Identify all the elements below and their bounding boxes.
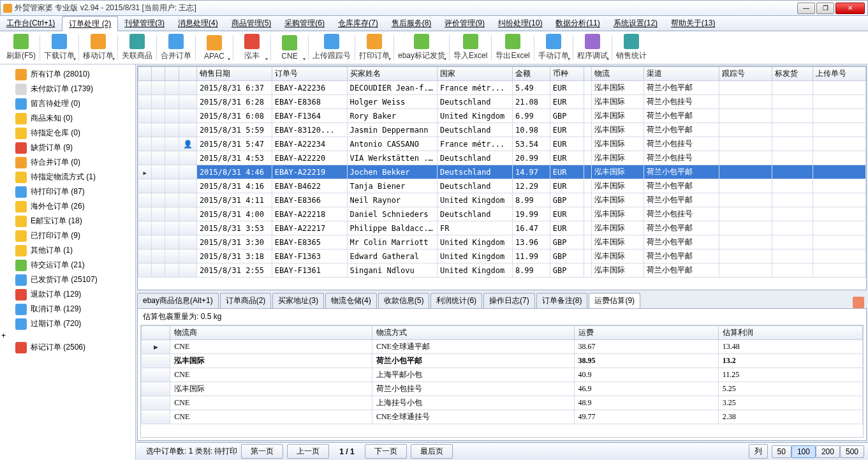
table-row[interactable]: 2015/8/31 4:46EBAY-A22219Jochen BekkerDe… [138, 165, 866, 179]
column-header[interactable]: 物流方式 [372, 326, 574, 340]
column-header[interactable]: 物流商 [170, 326, 372, 340]
column-header[interactable]: 渠道 [644, 67, 719, 81]
table-row[interactable]: 泓丰国际荷兰小包平邮38.9513.2 [142, 354, 863, 368]
menu-item[interactable]: 评价管理(9) [438, 16, 492, 31]
sidebar-item[interactable]: 已打印订单 (9) [1, 228, 134, 243]
column-header[interactable]: 估算利润 [718, 326, 862, 340]
sidebar-item[interactable]: 退款订单 (129) [1, 287, 134, 302]
toolbar-button[interactable]: 手动订单 [536, 33, 571, 63]
menu-item[interactable]: 订单处理 (2) [62, 16, 118, 31]
toolbar-button[interactable]: 关联商品 [119, 33, 155, 63]
sidebar-item[interactable]: 所有订单 (28010) [1, 67, 134, 82]
maximize-button[interactable]: ❐ [816, 3, 834, 14]
column-header[interactable] [179, 67, 196, 81]
page-size-button[interactable]: 200 [816, 445, 840, 458]
menu-item[interactable]: 帮助关于(13) [665, 16, 722, 31]
sidebar-item[interactable]: 缺货订单 (9) [1, 140, 134, 155]
table-row[interactable]: 泓丰国际荷兰小包挂号46.95.25 [142, 382, 863, 396]
orders-grid[interactable]: 销售日期订单号买家姓名国家金额币种物流渠道跟踪号标发货上传单号2015/8/31… [137, 66, 867, 290]
bottom-tab[interactable]: ebay商品信息(Alt+1) [137, 293, 219, 308]
table-row[interactable]: 2015/8/31 4:00EBAY-A22218Daniel Schniede… [138, 207, 866, 221]
table-row[interactable]: 2015/8/31 4:53EBAY-A22220VIA Werkstätten… [138, 151, 866, 165]
column-header[interactable]: 币种 [550, 67, 584, 81]
table-row[interactable]: CNECNE全球通挂号49.772.38 [142, 410, 863, 424]
column-header[interactable]: 销售日期 [196, 67, 272, 81]
table-row[interactable]: 👤2015/8/31 5:47EBAY-A22234Antonio CASSAN… [138, 137, 866, 151]
menu-item[interactable]: 纠纷处理(10) [492, 16, 549, 31]
sidebar-item[interactable]: 其他订单 (1) [1, 243, 134, 258]
toolbar-button[interactable]: 打印订单 [357, 33, 392, 63]
bottom-tab[interactable]: 订单商品(2) [220, 293, 272, 308]
toolbar-button[interactable]: APAC [197, 33, 232, 63]
table-row[interactable]: 2015/8/31 4:11EBAY-E8366Neil RaynorUnite… [138, 193, 866, 207]
toolbar-button[interactable]: CNE [272, 33, 307, 63]
bottom-tab[interactable]: 收款信息(5) [378, 293, 430, 308]
menu-item[interactable]: 仓库库存(7) [332, 16, 385, 31]
column-header[interactable]: 物流 [591, 67, 644, 81]
last-page-button[interactable]: 最后页 [411, 444, 453, 459]
column-header[interactable]: 上传单号 [813, 67, 866, 81]
sidebar-item[interactable]: 未付款订单 (1739) [1, 82, 134, 96]
menu-item[interactable]: 系统设置(12) [607, 16, 665, 31]
page-size-button[interactable]: 50 [772, 445, 791, 458]
bottom-tab[interactable]: 物流仓储(4) [325, 293, 377, 308]
column-header[interactable]: 买家姓名 [347, 67, 437, 81]
toolbar-button[interactable]: 上传跟踪号 [310, 33, 353, 63]
bottom-tab[interactable]: 买家地址(3) [272, 293, 324, 308]
shipping-estimate-grid[interactable]: 物流商物流方式运费估算利润CNECNE全球通平邮38.6713.48泓丰国际荷兰… [140, 325, 864, 438]
column-header[interactable] [584, 67, 591, 81]
table-row[interactable]: 2015/8/31 6:37EBAY-A22236DECOUDIER Jean-… [138, 81, 866, 95]
sidebar-item[interactable]: 取消订单 (129) [1, 302, 134, 316]
sidebar-item[interactable]: 商品未知 (0) [1, 111, 134, 126]
column-header[interactable]: 标发货 [772, 67, 813, 81]
toolbar-button[interactable]: 程序调试 [575, 33, 610, 63]
prev-page-button[interactable]: 上一页 [287, 444, 329, 459]
bottom-tab[interactable]: 操作日志(7) [483, 293, 535, 308]
first-page-button[interactable]: 第一页 [241, 444, 283, 459]
sidebar-item[interactable]: 待合并订单 (0) [1, 155, 134, 170]
table-row[interactable]: 2015/8/31 2:55EBAY-F1361Singani NdlovuUn… [138, 263, 866, 278]
menu-item[interactable]: 刊登管理(3) [118, 16, 172, 31]
column-header[interactable]: 运费 [574, 326, 718, 340]
bottom-tab[interactable]: 订单备注(8) [536, 293, 588, 308]
table-row[interactable]: 2015/8/31 3:30EBAY-E8365Mr Colin Marriot… [138, 235, 866, 249]
sidebar-item[interactable]: 已发货订单 (25107) [1, 272, 134, 287]
next-page-button[interactable]: 下一页 [365, 444, 407, 459]
column-header[interactable] [142, 326, 170, 340]
sidebar-item[interactable]: 待指定仓库 (0) [1, 126, 134, 140]
sidebar-item[interactable]: 标记订单 (2506) [1, 340, 134, 355]
menu-item[interactable]: 消息处理(4) [172, 16, 225, 31]
toolbar-button[interactable]: 合并订单 [158, 33, 194, 63]
table-row[interactable]: 2015/8/31 6:28EBAY-E8368Holger WeissDeut… [138, 95, 866, 109]
toolbar-button[interactable]: 导入Excel [451, 33, 490, 63]
table-row[interactable]: 2015/8/31 3:53EBAY-A22217Philippe Baldac… [138, 221, 866, 235]
sidebar-item[interactable]: 待指定物流方式 (1) [1, 170, 134, 184]
table-row[interactable]: 2015/8/31 3:18EBAY-F1363Edward GatheralU… [138, 249, 866, 263]
sidebar-item[interactable]: 留言待处理 (0) [1, 96, 134, 111]
column-header[interactable]: 金额 [512, 67, 550, 81]
sidebar-item[interactable]: 待交运订单 (21) [1, 258, 134, 272]
table-row[interactable]: 2015/8/31 4:16EBAY-B4622Tanja BienerDeut… [138, 179, 866, 193]
close-button[interactable]: ✕ [835, 3, 865, 14]
table-row[interactable]: CNE上海平邮小包40.911.25 [142, 368, 863, 382]
view-columns-button[interactable]: 列 [749, 444, 768, 459]
menu-item[interactable]: 工作台(Ctrl+1) [0, 16, 62, 31]
sidebar-item[interactable]: 过期订单 (720) [1, 316, 134, 331]
table-row[interactable]: CNECNE全球通平邮38.6713.48 [142, 340, 863, 354]
table-row[interactable]: 2015/8/31 6:08EBAY-F1364Rory BakerUnited… [138, 109, 866, 123]
bottom-tab[interactable]: 利润统计(6) [430, 293, 482, 308]
sidebar-item[interactable]: E邮宝订单 (18) [1, 214, 134, 228]
toolbar-button[interactable]: 导出Excel [493, 33, 532, 63]
sidebar-item[interactable]: 海外仓订单 (26) [1, 199, 134, 214]
table-row[interactable]: 2015/8/31 5:59EBAY-83120...Jasmin Depper… [138, 123, 866, 137]
column-header[interactable] [138, 67, 152, 81]
column-header[interactable] [165, 67, 179, 81]
minimize-button[interactable]: — [797, 3, 815, 14]
page-size-button[interactable]: 100 [791, 445, 816, 458]
toolbar-button[interactable]: 移动订单 [80, 33, 116, 63]
column-header[interactable]: 跟踪号 [719, 67, 772, 81]
toolbar-button[interactable]: 泓丰 [235, 33, 269, 63]
menu-item[interactable]: 数据分析(11) [549, 16, 607, 31]
page-size-button[interactable]: 500 [840, 445, 864, 458]
toolbar-button[interactable]: 下载订单 [41, 33, 77, 63]
